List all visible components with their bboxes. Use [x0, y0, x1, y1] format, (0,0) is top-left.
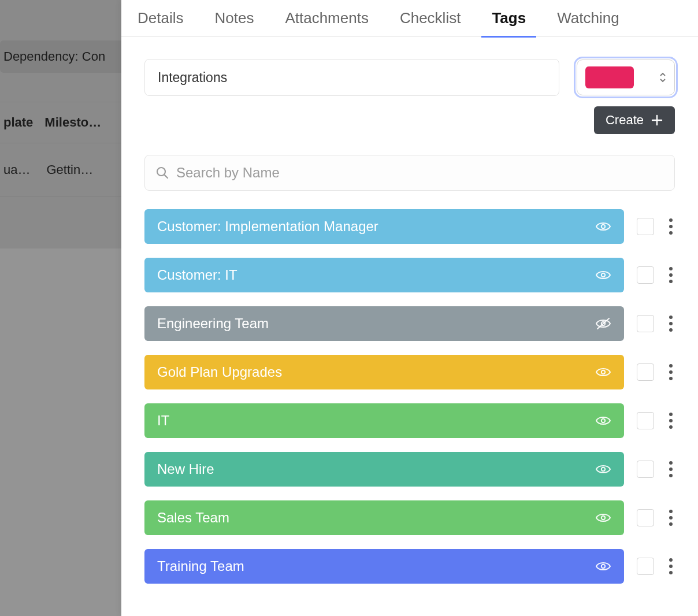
- new-tag-color-swatch: [585, 66, 634, 88]
- eye-icon[interactable]: [595, 512, 611, 524]
- tag-label: Customer: IT: [157, 267, 237, 283]
- more-icon[interactable]: [667, 413, 675, 429]
- tag-row: Customer: IT: [144, 258, 675, 292]
- plus-icon: [651, 114, 663, 127]
- svg-point-5: [602, 419, 605, 422]
- tab-checklist[interactable]: Checklist: [400, 0, 461, 37]
- svg-point-2: [602, 273, 605, 277]
- eye-icon[interactable]: [595, 221, 611, 232]
- more-icon[interactable]: [667, 316, 675, 332]
- create-button[interactable]: Create: [594, 106, 675, 134]
- svg-point-1: [602, 225, 605, 228]
- tag-row: IT: [144, 403, 675, 438]
- eye-icon[interactable]: [595, 269, 611, 281]
- create-button-label: Create: [606, 113, 644, 128]
- tags-panel: DetailsNotesAttachmentsChecklistTagsWatc…: [121, 0, 698, 616]
- stepper-icon: [659, 72, 666, 83]
- search-box[interactable]: [144, 155, 675, 191]
- svg-point-7: [602, 516, 605, 519]
- tag-chip[interactable]: Customer: IT: [144, 258, 624, 292]
- tag-label: IT: [157, 413, 169, 429]
- eye-off-icon[interactable]: [595, 317, 611, 330]
- tag-row: Sales Team: [144, 500, 675, 535]
- tag-checkbox[interactable]: [637, 315, 654, 332]
- tag-row: Customer: Implementation Manager: [144, 209, 675, 244]
- more-icon[interactable]: [667, 510, 675, 526]
- tag-chip[interactable]: Engineering Team: [144, 306, 624, 341]
- tag-row: New Hire: [144, 452, 675, 487]
- tag-label: Sales Team: [157, 510, 229, 526]
- search-icon: [155, 166, 169, 180]
- svg-point-6: [602, 467, 605, 471]
- eye-icon[interactable]: [595, 561, 611, 572]
- tag-label: Training Team: [157, 558, 244, 574]
- tab-attachments[interactable]: Attachments: [285, 0, 369, 37]
- tab-watching[interactable]: Watching: [557, 0, 619, 37]
- tag-chip[interactable]: Gold Plan Upgrades: [144, 355, 624, 389]
- search-input[interactable]: [176, 165, 664, 181]
- tab-notes[interactable]: Notes: [214, 0, 254, 37]
- tab-details[interactable]: Details: [138, 0, 183, 37]
- tag-row: Engineering Team: [144, 306, 675, 341]
- more-icon[interactable]: [667, 558, 675, 574]
- tag-checkbox[interactable]: [637, 558, 654, 575]
- new-tag-name-input[interactable]: [144, 59, 559, 96]
- eye-icon[interactable]: [595, 463, 611, 475]
- tag-checkbox[interactable]: [637, 509, 654, 526]
- tag-chip[interactable]: Customer: Implementation Manager: [144, 209, 624, 244]
- more-icon[interactable]: [667, 267, 675, 283]
- eye-icon[interactable]: [595, 415, 611, 426]
- tag-chip[interactable]: IT: [144, 403, 624, 438]
- tag-checkbox[interactable]: [637, 461, 654, 478]
- tag-list: Customer: Implementation ManagerCustomer…: [121, 191, 698, 595]
- more-icon[interactable]: [667, 218, 675, 235]
- tag-label: Gold Plan Upgrades: [157, 364, 282, 380]
- more-icon[interactable]: [667, 364, 675, 380]
- tag-label: Engineering Team: [157, 316, 269, 332]
- tag-checkbox[interactable]: [637, 218, 654, 235]
- tag-label: Customer: Implementation Manager: [157, 218, 378, 235]
- tag-label: New Hire: [157, 461, 214, 477]
- tag-row: Training Team: [144, 549, 675, 584]
- tab-tags[interactable]: Tags: [492, 0, 526, 37]
- panel-tabs: DetailsNotesAttachmentsChecklistTagsWatc…: [121, 0, 698, 37]
- svg-point-4: [602, 370, 605, 374]
- tag-checkbox[interactable]: [637, 412, 654, 429]
- tag-chip[interactable]: New Hire: [144, 452, 624, 487]
- tag-checkbox[interactable]: [637, 363, 654, 381]
- new-tag-color-select[interactable]: [577, 60, 675, 95]
- tag-chip[interactable]: Sales Team: [144, 500, 624, 535]
- tag-row: Gold Plan Upgrades: [144, 355, 675, 389]
- tag-checkbox[interactable]: [637, 266, 654, 284]
- more-icon[interactable]: [667, 461, 675, 477]
- tag-chip[interactable]: Training Team: [144, 549, 624, 584]
- eye-icon[interactable]: [595, 366, 611, 378]
- svg-point-8: [602, 565, 605, 568]
